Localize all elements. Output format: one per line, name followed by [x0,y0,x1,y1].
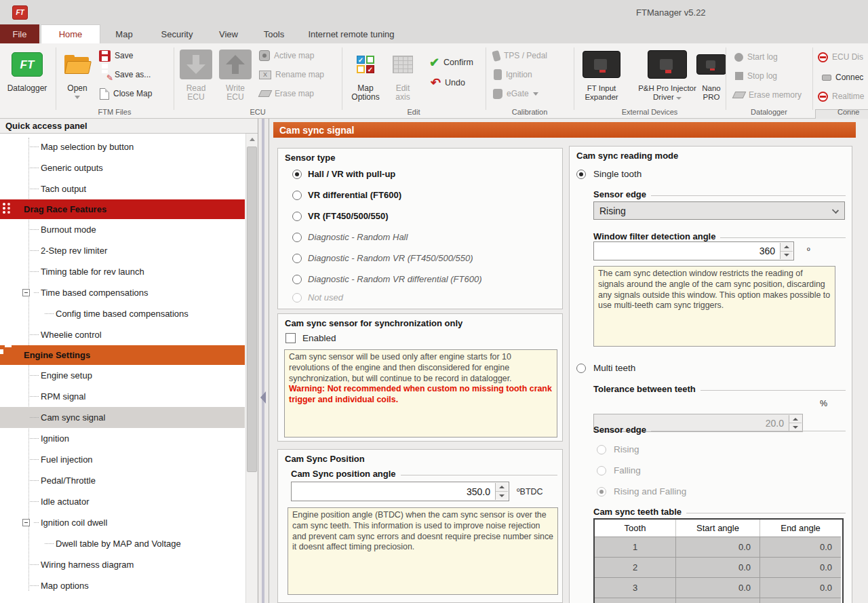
radio-icon[interactable] [597,487,606,497]
position-angle-input[interactable]: 350.0 [291,482,509,501]
active-map-button[interactable]: Active map [259,47,314,64]
tree-item-generic-outputs[interactable]: Generic outputs [0,157,245,178]
egate-dropdown-icon[interactable] [533,92,538,96]
menu-tab-file[interactable]: File [0,24,39,43]
radio-icon[interactable] [576,170,586,179]
menu-tab-view[interactable]: View [206,24,251,43]
radio-diagnostic-random-hall[interactable]: Diagnostic - Random Hall [292,232,408,242]
radio-hall-vr-pullup[interactable]: Hall / VR with pull-up [292,169,395,179]
radio-icon[interactable] [576,364,586,373]
save-button[interactable]: Save [99,47,133,64]
radio-icon[interactable] [597,466,606,475]
radio-multi-teeth[interactable]: Multi teeth [576,363,635,373]
radio-icon[interactable] [292,275,302,284]
window-filter-input[interactable]: 360 [593,241,794,260]
rename-map-button[interactable]: X Rename map [259,66,324,83]
radio-falling[interactable]: Falling [597,465,641,475]
radio-icon[interactable] [292,233,302,242]
tree-item-burnout-mode[interactable]: Burnout mode [0,219,245,240]
radio-icon[interactable] [292,170,302,179]
radio-vr-differential[interactable]: VR differential (FT600) [292,190,401,200]
write-ecu-button[interactable]: Write ECU [217,47,254,102]
tree-item-ignition-coil-dwell[interactable]: Ignition coil dwell [0,512,245,533]
tree-item-tach-output[interactable]: Tach output [0,178,245,199]
radio-icon[interactable] [292,293,302,303]
radio-diagnostic-random-vr-diff[interactable]: Diagnostic - Random VR differential (FT6… [292,274,482,284]
map-options-button[interactable]: ✓✓ Map Options [347,47,384,102]
menu-tab-home[interactable]: Home [41,24,100,43]
start-log-button[interactable]: Start log [734,49,778,65]
close-map-button[interactable]: Close Map [100,85,152,102]
read-ecu-button[interactable]: Read ECU [178,47,214,102]
collapse-expander-icon[interactable] [22,519,30,526]
save-as-button[interactable]: ✎ Save as... [99,66,151,83]
enabled-checkbox[interactable] [285,333,296,343]
radio-single-tooth[interactable]: Single tooth [576,169,642,179]
tree-item-wheelie-control[interactable]: Wheelie control [0,324,245,345]
tree-item-2-step-rev-limiter[interactable]: 2-Step rev limiter [0,240,245,261]
radio-icon[interactable] [292,254,302,263]
tree-item-rpm-signal[interactable]: RPM signal [0,386,245,407]
open-dropdown-icon[interactable] [75,96,80,99]
stop-log-button[interactable]: Stop log [735,68,777,84]
ph-pro-injector-driver-button[interactable]: P&H Pro Injector Driver [633,47,701,102]
sensor-edge-dropdown[interactable]: Rising [593,201,845,220]
nano-pro-button[interactable]: Nano PRO [696,47,727,102]
confirm-button[interactable]: ✔ Confirm [429,54,473,71]
radio-icon[interactable] [292,212,302,221]
window-filter-spinner[interactable] [780,243,793,259]
radio-icon[interactable] [292,191,302,200]
tree-item-timing-table-for-rev-launch[interactable]: Timing table for rev launch [0,261,245,282]
table-row[interactable]: 4 0.0 0.0 [595,598,842,603]
teeth-table[interactable]: Tooth Start angle End angle 1 0.0 0.0 2 … [593,518,844,603]
tree-item-map-options[interactable]: Map options [0,575,245,596]
radio-not-used[interactable]: Not used [292,292,343,303]
menu-tab-tools[interactable]: Tools [251,24,297,43]
tree-item-ignition[interactable]: Ignition [0,428,245,449]
tree-item-idle-actuator[interactable]: Idle actuator [0,491,245,512]
menu-tab-map[interactable]: Map [100,24,148,43]
tree-item-map-selection-by-button[interactable]: Map selection by button [0,136,245,157]
tps-pedal-button[interactable]: TPS / Pedal [493,47,547,64]
tree-item-pedal-throttle[interactable]: Pedal/Throttle [0,470,245,491]
tree-header-drag-race-features[interactable]: Drag Race Features [0,199,245,219]
scroll-up-icon[interactable] [246,134,258,145]
tree-item-engine-setup[interactable]: Engine setup [0,365,245,386]
table-row[interactable]: 3 0.0 0.0 [595,577,842,598]
datalogger-button[interactable]: FT Datalogger [1,47,53,93]
collapse-expander-icon[interactable] [22,289,30,296]
tree-item-config-time-based-compensations[interactable]: Config time based compensations [0,303,245,324]
tree-header-engine-settings[interactable]: Engine Settings [0,345,245,365]
sidebar-splitter[interactable] [258,119,269,603]
tree-item-fuel-injection[interactable]: Fuel injection [0,449,245,470]
table-row[interactable]: 1 0.0 0.0 [595,537,842,557]
erase-memory-button[interactable]: Erase memory [734,87,802,103]
menu-tab-internet-remote-tuning[interactable]: Internet remote tuning [297,24,406,43]
tree-item-wiring-harness-diagram[interactable]: Wiring harness diagram [0,554,245,575]
ph-pro-dropdown-icon[interactable] [676,97,682,100]
radio-icon[interactable] [597,445,606,454]
open-button[interactable]: Open [60,47,95,99]
ecu-disconnect-button[interactable]: ECU Dis [818,49,863,65]
radio-vr-ft450[interactable]: VR (FT450/500/550) [292,211,389,221]
scrollbar-thumb[interactable] [247,147,257,472]
position-angle-spinner[interactable] [495,483,508,500]
tree-item-dwell-table-by-map-and-voltage[interactable]: Dwell table by MAP and Voltage [0,533,245,554]
edit-axis-button[interactable]: Edit axis [388,47,418,102]
table-row[interactable]: 2 0.0 0.0 [595,557,842,577]
realtime-button[interactable]: Realtime [818,88,864,104]
egate-button[interactable]: eGate [493,85,538,102]
connect-button[interactable]: Connec [822,69,863,85]
ignition-calibration-button[interactable]: Ignition [494,66,532,83]
ft-input-expander-button[interactable]: FT Input Expander [572,47,631,102]
tree-scrollbar[interactable] [245,134,257,603]
radio-diagnostic-random-vr[interactable]: Diagnostic - Random VR (FT450/500/550) [292,253,473,263]
tree-item-time-based-compensations[interactable]: Time based compensations [0,282,245,303]
tree-item-cam-sync-signal[interactable]: Cam sync signal [0,407,245,428]
radio-rising-and-falling[interactable]: Rising and Falling [597,486,686,497]
enabled-checkbox-row[interactable]: Enabled [285,333,336,343]
menu-tab-security[interactable]: Security [148,24,206,43]
collapse-sidebar-icon[interactable] [260,391,266,404]
undo-button[interactable]: ↶ Undo [431,75,465,91]
radio-rising[interactable]: Rising [597,444,639,454]
